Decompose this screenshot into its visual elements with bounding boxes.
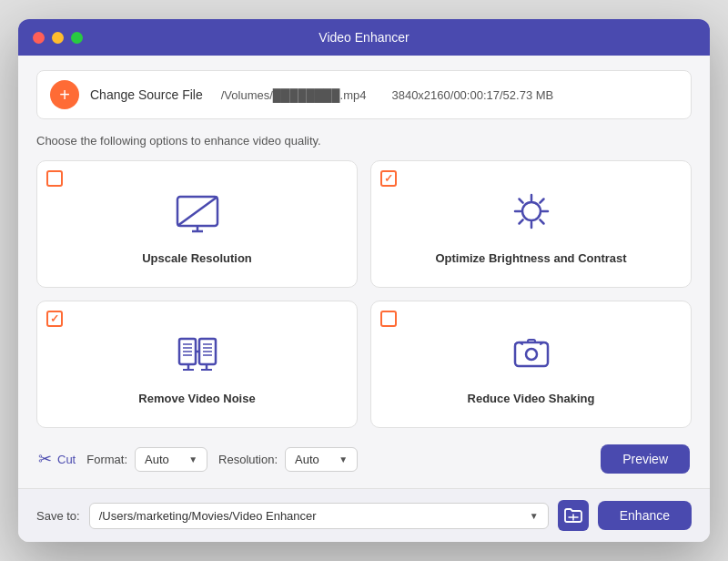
cut-button[interactable]: ✂ Cut [38,449,76,469]
resolution-dropdown-arrow: ▼ [339,454,348,464]
titlebar: Video Enhancer [18,19,710,56]
option-shake-label: Reduce Video Shaking [468,392,595,405]
option-upscale-label: Upscale Resolution [142,251,252,265]
checkbox-upscale[interactable] [46,170,63,187]
resolution-label: Resolution: [218,453,278,466]
options-grid: Upscale Resolution [36,160,692,428]
format-dropdown-arrow: ▼ [188,454,197,464]
option-noise-label: Remove Video Noise [138,392,255,405]
svg-line-12 [519,219,522,223]
close-button[interactable] [33,32,45,44]
format-label: Format: [86,453,127,466]
save-path-field[interactable]: /Users/marketing/Movies/Video Enhancer ▼ [89,503,549,529]
subtitle-text: Choose the following options to enhance … [36,134,692,148]
toolbar: ✂ Cut Format: Auto ▼ Resolution: Auto ▼ … [36,444,692,474]
window-controls [33,32,83,44]
svg-line-11 [540,199,543,202]
checkbox-brightness[interactable] [380,170,397,187]
window-title: Video Enhancer [318,30,409,45]
resolution-group: Resolution: Auto ▼ [218,447,358,472]
browse-folder-button[interactable] [558,500,589,531]
save-path-value: /Users/marketing/Movies/Video Enhancer [99,509,317,523]
format-dropdown[interactable]: Auto ▼ [135,447,207,472]
scissors-icon: ✂ [38,449,52,469]
resolution-dropdown[interactable]: Auto ▼ [285,447,358,472]
save-to-label: Save to: [36,509,80,523]
svg-line-1 [177,197,217,226]
footer: Save to: /Users/marketing/Movies/Video E… [18,488,710,542]
change-source-label: Change Source File [90,87,203,102]
format-value: Auto [145,453,169,466]
svg-point-29 [526,349,537,360]
upscale-icon [170,191,225,240]
option-shake[interactable]: Reduce Video Shaking [370,301,692,428]
format-group: Format: Auto ▼ [86,447,207,472]
checkbox-noise[interactable] [46,311,63,327]
file-path: /Volumes/████████.mp4 [221,88,367,102]
checkbox-shake[interactable] [380,311,397,327]
brightness-icon [504,191,559,240]
svg-rect-30 [528,340,535,342]
svg-rect-28 [515,342,548,366]
enhance-button[interactable]: Enhance [598,501,692,530]
folder-icon [564,507,582,524]
option-upscale[interactable]: Upscale Resolution [36,160,358,288]
noise-icon [170,332,225,381]
option-noise[interactable]: Remove Video Noise [36,301,358,428]
shake-icon [504,332,559,381]
save-path-arrow: ▼ [530,511,539,521]
svg-line-10 [540,219,543,223]
file-meta: 3840x2160/00:00:17/52.73 MB [391,88,553,102]
maximize-button[interactable] [71,32,83,44]
option-brightness[interactable]: Optimize Brightness and Contrast [370,160,692,288]
resolution-value: Auto [295,453,319,466]
main-window: Video Enhancer + Change Source File /Vol… [18,19,710,542]
svg-line-9 [519,199,522,202]
source-bar[interactable]: + Change Source File /Volumes/████████.m… [36,70,692,119]
preview-button[interactable]: Preview [601,444,690,474]
add-source-icon[interactable]: + [50,80,79,109]
svg-point-4 [522,202,541,220]
cut-label: Cut [57,453,76,466]
minimize-button[interactable] [52,32,64,44]
option-brightness-label: Optimize Brightness and Contrast [435,251,626,265]
content-area: + Change Source File /Volumes/████████.m… [18,56,710,542]
